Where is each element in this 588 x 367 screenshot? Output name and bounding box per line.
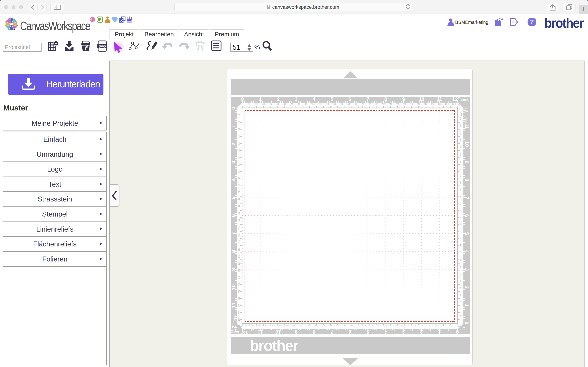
svg-text:SVG: SVG (98, 44, 106, 48)
svg-text:?: ? (530, 18, 534, 25)
